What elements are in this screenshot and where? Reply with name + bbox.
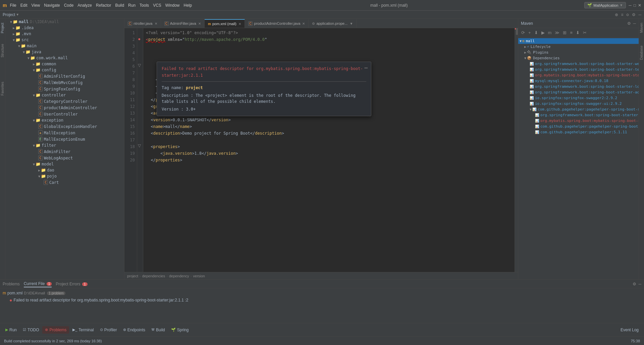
menu-build[interactable]: Build — [113, 2, 126, 8]
maven-dep-8[interactable]: 📊 io.springfox:springfox-swagger-ui:2.9.… — [518, 101, 639, 107]
build-btn[interactable]: ⚒ Build — [149, 326, 168, 334]
fold-gutter-2[interactable]: ▽ — [138, 63, 141, 68]
menu-vcs[interactable]: VCS — [151, 2, 163, 8]
run-btn[interactable]: ▶ Run — [3, 326, 19, 334]
project-bar-scroll-icon[interactable]: ≡ — [621, 12, 623, 17]
maven-strip-label[interactable]: Maven — [640, 21, 643, 34]
tab-pom-close[interactable]: ✕ — [238, 22, 241, 26]
tree-item-Cart[interactable]: C Cart — [5, 179, 124, 186]
tree-item-main[interactable]: ▼ 📁 main — [5, 43, 124, 49]
spring-btn[interactable]: 🌱 Spring — [168, 326, 192, 334]
maven-grid-icon[interactable]: ⊞ — [562, 29, 568, 36]
menu-run[interactable]: Run — [126, 2, 137, 8]
tree-item-AdminFilter[interactable]: C AdminFilter — [5, 148, 124, 155]
project-dropdown-icon[interactable]: ▼ — [16, 13, 19, 16]
tab-ntroller-close[interactable]: ✕ — [155, 22, 157, 25]
tab-project-errors[interactable]: Project Errors 1 — [56, 281, 87, 287]
tree-item-mvn[interactable]: ▶ 📁 .mvn — [5, 31, 124, 37]
tab-application[interactable]: ⚙ application.prope... ▼ — [309, 19, 357, 28]
maven-hide-icon[interactable]: ─ — [633, 21, 636, 26]
breadcrumb-item-project[interactable]: project — [127, 274, 138, 278]
maven-subdep-9c[interactable]: 📊 com.github.pagehelper:pagehelper-sprin… — [518, 124, 639, 129]
maven-item-plugins[interactable]: ▶ 🔌 Plugins — [518, 50, 639, 55]
tree-item-productAdminController[interactable]: C productAdminController — [5, 105, 124, 111]
run-config[interactable]: 🌱 MallApplication ▼ — [584, 2, 626, 8]
tree-item-mall-root[interactable]: ▼ 📁 mall D:\IDEA\mall — [5, 19, 124, 25]
maven-item-dependencies[interactable]: ▼ 📦 Dependencies — [518, 55, 639, 61]
maven-subdep-9d[interactable]: 📊 com.github.pagehelper:pagehelper:5.1.1… — [518, 129, 639, 135]
profiler-btn[interactable]: ⊙ Profiler — [97, 326, 120, 334]
maven-skip-icon[interactable]: ≫ — [554, 29, 560, 36]
tab-problems[interactable]: Problems — [3, 281, 20, 287]
maven-item-lifecycle[interactable]: ▶ ⚡ Lifecycle — [518, 44, 639, 50]
favorites-tab-icon[interactable]: Favorites — [1, 80, 4, 97]
tree-item-GlobalExceptionHandler[interactable]: C GlobalExceptionHandler — [5, 123, 124, 130]
maven-list-icon[interactable]: ≡ — [569, 29, 574, 36]
terminal-btn[interactable]: ▶_ Terminal — [70, 326, 96, 334]
structure-tab-icon[interactable]: Structure — [1, 43, 4, 59]
fold-gutter-18[interactable]: ▽ — [138, 143, 141, 148]
breadcrumb-item-dependency[interactable]: dependency — [169, 274, 189, 278]
tree-item-controller[interactable]: ▼ 📁 controller — [5, 92, 124, 98]
tree-item-src[interactable]: ▼ 📁 src — [5, 37, 124, 43]
endpoints-btn[interactable]: ⊛ Endpoints — [120, 326, 148, 334]
maven-dep-5[interactable]: 📊 org.springframework.boot:spring-boot-s… — [518, 84, 639, 89]
tree-item-config[interactable]: ▼ 📁 config — [5, 67, 124, 73]
close-btn[interactable]: ✕ — [638, 3, 641, 8]
tree-item-dao[interactable]: ▶ 📁 dao — [5, 167, 124, 173]
tree-item-pojo[interactable]: ▼ 📁 pojo — [5, 173, 124, 179]
tab-productAdmin[interactable]: C productAdminController.java ✕ — [245, 19, 309, 28]
menu-navigate[interactable]: Navigate — [42, 2, 61, 8]
maven-download-icon[interactable]: ⬇ — [533, 29, 539, 36]
tree-item-springfoxconfig[interactable]: C SpringFoxConfig — [5, 86, 124, 92]
project-bar-add-icon[interactable]: ⊕ — [615, 12, 618, 17]
maven-dep-7[interactable]: 📊 io.springfox:springfox-swagger2:2.9.2 — [518, 95, 639, 101]
project-bar-collapse-icon[interactable]: ≎ — [626, 12, 629, 17]
tree-item-model[interactable]: ▼ 📁 model — [5, 161, 124, 167]
maven-dep-2[interactable]: 📊 org.springframework.boot:spring-boot-s… — [518, 67, 639, 72]
event-log-btn[interactable]: Event Log — [618, 326, 641, 334]
menu-window[interactable]: Window — [164, 2, 181, 8]
project-tab-icon[interactable]: Project — [1, 21, 4, 34]
tab-ntroller[interactable]: C ntroller.java ✕ — [124, 19, 161, 28]
maven-subdep-9a[interactable]: 📊 org.springframework.boot:spring-boot-s… — [518, 112, 639, 118]
menu-edit[interactable]: Edit — [19, 2, 29, 8]
menu-refactor[interactable]: Refactor — [94, 2, 113, 8]
tree-item-common[interactable]: ▶ 📁 common — [5, 61, 124, 67]
maven-scissors-icon[interactable]: ✂ — [582, 29, 588, 36]
maven-dep-3[interactable]: 📊 org.mybatis.spring.boot:mybatis-spring… — [518, 72, 639, 78]
maven-settings-icon[interactable]: ⚙ — [627, 21, 631, 26]
maven-dep-6[interactable]: 📊 org.springframework.boot:spring-boot-s… — [518, 89, 639, 95]
menu-analyze[interactable]: Analyze — [76, 2, 94, 8]
project-bar-hide-icon[interactable]: ─ — [638, 12, 641, 17]
maven-m-icon[interactable]: m — [547, 29, 553, 36]
maven-refresh-icon[interactable]: ⟳ — [520, 29, 526, 36]
maven-dep-1[interactable]: 📊 org.springframework.boot:spring-boot-s… — [518, 61, 639, 67]
menu-file[interactable]: File — [8, 2, 18, 8]
tree-item-exception[interactable]: ▼ 📁 exception — [5, 117, 124, 123]
problems-hide-icon[interactable]: ─ — [638, 282, 641, 286]
problems-settings-icon[interactable]: ⚙ — [633, 282, 636, 286]
prob-error-row[interactable]: ● Failed to read artifact descriptor for… — [0, 296, 644, 304]
tab-AdminFilter-close[interactable]: ✕ — [198, 22, 201, 25]
minimize-btn[interactable]: ─ — [629, 3, 632, 8]
maven-run-icon[interactable]: ▶ — [540, 29, 546, 36]
breadcrumb-item-version[interactable]: version — [193, 274, 205, 278]
tree-item-UserController[interactable]: C UserController — [5, 111, 124, 117]
menu-tools[interactable]: Tools — [138, 2, 151, 8]
maven-add-icon[interactable]: + — [527, 29, 532, 36]
tree-item-com-work-mall[interactable]: ▼ 📁 com.work.mall — [5, 55, 124, 61]
tooltip-more-icon[interactable]: ⋯ — [364, 65, 368, 71]
tab-application-dropdown[interactable]: ▼ — [350, 22, 353, 25]
database-strip-label[interactable]: Database — [640, 44, 643, 61]
tab-productAdmin-close[interactable]: ✕ — [302, 22, 305, 25]
tab-pom[interactable]: m pom.xml (mall) ✕ — [205, 19, 245, 28]
todo-btn[interactable]: ☑ TODO — [20, 326, 42, 334]
maximize-btn[interactable]: □ — [634, 3, 636, 8]
tab-current-file[interactable]: Current File 1 — [24, 281, 52, 287]
tree-item-filter[interactable]: ▼ 📁 filter — [5, 142, 124, 148]
code-content[interactable]: <?xml version="1.0" encoding="UTF-8"?> <… — [143, 28, 515, 272]
tree-item-mallwebmvcconfig[interactable]: C MallWebMvcConfig — [5, 79, 124, 86]
problems-btn[interactable]: ⊗ Problems — [42, 326, 69, 334]
tree-item-java[interactable]: ▼ 📁 java — [5, 49, 124, 55]
